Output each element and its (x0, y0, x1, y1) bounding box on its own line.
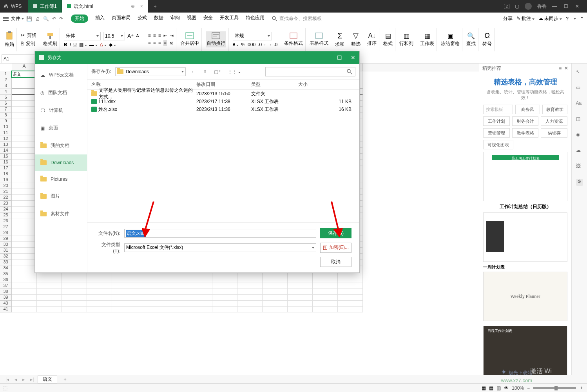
ribbon-tab-dev[interactable]: 开发工具 (220, 15, 239, 23)
number-format-combo[interactable]: 常规 (233, 32, 272, 40)
file-row[interactable]: 111.xlsx2023/2/17 11:38XLSX 工作表11 KB (87, 98, 359, 105)
comma-icon[interactable]: 000 (248, 42, 255, 47)
font-name-combo[interactable]: 宋体 (64, 32, 101, 40)
template-thumb-1[interactable]: 员工周工作计划表 (483, 152, 567, 201)
rowcol-button[interactable]: ▥行和列 (399, 32, 413, 47)
user-avatar[interactable] (525, 3, 532, 10)
sp-close-icon[interactable]: ✕ (564, 65, 568, 71)
save-icon[interactable]: 💾 (26, 16, 32, 22)
sp-chip-hr[interactable]: 人力资源 (541, 116, 567, 126)
zoom-in-icon[interactable]: ＋ (579, 385, 584, 391)
gift-icon[interactable]: ▢ (515, 4, 519, 9)
nav-back-icon[interactable]: ← (190, 69, 197, 74)
rail-cursor-icon[interactable]: ↖ (576, 69, 583, 76)
sheet-nav-first[interactable]: |◂ (4, 377, 11, 382)
print-icon[interactable]: 🖨 (35, 16, 40, 22)
location-combo[interactable]: Downloads (115, 67, 186, 76)
wps-home-tab[interactable]: WPS (0, 0, 28, 13)
rail-gear-icon[interactable]: ⚙ (576, 179, 583, 186)
rail-camera-icon[interactable]: ◉ (576, 132, 583, 139)
side-pictures[interactable]: Pictures (35, 171, 87, 187)
sort-button[interactable]: A↓排序 (367, 32, 377, 47)
currency-icon[interactable]: ¥ (233, 42, 239, 47)
align-left-icon[interactable]: ≡ (148, 40, 151, 46)
paste-button[interactable]: 粘贴 (5, 31, 14, 48)
italic-icon[interactable]: I (70, 42, 71, 47)
align-top-icon[interactable]: ≡ (148, 33, 151, 38)
preview-icon[interactable]: 🔍 (43, 16, 49, 22)
search-hint-text[interactable]: 查找命令、搜索模板 (279, 15, 322, 22)
nav-up-icon[interactable]: ⇧ (201, 69, 208, 74)
view-break-icon[interactable]: ▥ (496, 385, 501, 391)
ribbon-tab-special[interactable]: 特色应用 (246, 15, 265, 23)
indent-right-icon[interactable]: ⇥ (170, 33, 174, 38)
close-icon[interactable]: ✕ (575, 4, 579, 9)
ribbon-tab-start[interactable]: 开始 (71, 15, 88, 23)
sp-chip-mkt[interactable]: 营销管理 (483, 128, 510, 138)
template-thumb-2[interactable] (483, 212, 567, 262)
merge-center-button[interactable]: 合并居中 (180, 32, 199, 47)
sum-button[interactable]: Σ求和 (335, 31, 344, 48)
file-list[interactable]: 文字是人类用符号记录表达信息以传之久远的方式...2023/2/13 15:50… (87, 90, 359, 222)
side-computer[interactable]: 🖵计算机 (35, 102, 87, 119)
rail-chart-icon[interactable]: ◫ (576, 116, 583, 123)
border-icon[interactable]: ▦ (79, 42, 87, 47)
ribbon-tab-security[interactable]: 安全 (203, 15, 213, 23)
side-downloads[interactable]: Downloads (35, 154, 87, 171)
zoom-value[interactable]: 100% (512, 385, 524, 391)
align-right-icon[interactable]: ≡ (158, 40, 161, 46)
sp-chip-business[interactable]: 商务风 (515, 105, 540, 114)
symbol-button[interactable]: Ω符号 (482, 32, 492, 47)
view-reading-icon[interactable]: 👁 (504, 385, 509, 391)
table-style-button[interactable]: 表格样式 (310, 32, 328, 47)
view-page-icon[interactable]: ▤ (489, 385, 493, 391)
sp-chip-viz[interactable]: 可视化图表 (483, 140, 513, 149)
percent-icon[interactable]: % (241, 42, 245, 47)
fill-color-icon[interactable]: ▬ (89, 42, 98, 47)
align-center-icon[interactable]: ≡ (153, 40, 156, 46)
minimize-icon[interactable]: — (552, 4, 557, 9)
sp-chip-teach[interactable]: 教学表格 (512, 128, 539, 138)
sync-button[interactable]: ☁ 未同步 (538, 15, 562, 22)
dialog-maximize-icon[interactable]: ☐ (337, 54, 342, 61)
rail-style-icon[interactable]: Aa (576, 100, 583, 107)
format-button[interactable]: ▤格式 (383, 32, 393, 47)
side-team[interactable]: ◷团队文档 (35, 84, 87, 102)
filetype-combo[interactable]: Microsoft Excel 文件(*.xlsx) (124, 243, 316, 252)
decrease-font-icon[interactable]: A⁻ (136, 33, 141, 38)
col-size[interactable]: 大小 (298, 81, 359, 88)
clear-format-icon[interactable]: ◆ (109, 42, 116, 47)
hamburger-icon[interactable] (3, 17, 9, 21)
name-box[interactable]: A1 (2, 54, 36, 63)
rail-cloud-icon[interactable]: ☁ (576, 147, 583, 154)
font-color-icon[interactable]: A (100, 42, 107, 47)
increase-font-icon[interactable]: A⁺ (127, 33, 134, 39)
tab-pin-icon[interactable]: ⊕ (131, 4, 135, 9)
file-menu[interactable]: 文件 (11, 15, 20, 22)
sp-menu-icon[interactable]: ≡ (559, 65, 562, 71)
font-size-combo[interactable]: 10.5 (103, 32, 125, 40)
side-cloud[interactable]: ☁WPS云文档 (35, 66, 87, 84)
cond-format-button[interactable]: 条件格式 (284, 32, 303, 47)
view-mode-icon[interactable]: ⋮⋮ (226, 69, 242, 74)
new-folder-icon[interactable]: ▢⁺ (212, 69, 222, 74)
align-justify-icon[interactable]: ≡ (163, 40, 167, 46)
template-thumb-3[interactable]: Weekly Planner (483, 272, 567, 321)
help-icon[interactable]: ? (566, 16, 569, 22)
wrap-text-button[interactable]: 自动换行 (206, 31, 226, 47)
redo-icon[interactable]: ↷ (59, 16, 63, 22)
underline-icon[interactable]: U (73, 42, 77, 47)
find-button[interactable]: 🔍查找 (466, 32, 476, 47)
sp-search-input[interactable]: 搜索模板 (483, 105, 513, 114)
doc-tab-workbook1[interactable]: 工作簿1 (28, 0, 62, 13)
sheet-nav-prev[interactable]: ◂ (13, 377, 18, 382)
maximize-icon[interactable]: ☐ (564, 4, 568, 9)
add-sheet-button[interactable]: ＋ (60, 376, 71, 383)
collapse-ribbon-icon[interactable]: ⌃ (580, 16, 584, 22)
side-desktop[interactable]: ▣桌面 (35, 119, 87, 137)
view-normal-icon[interactable]: ▦ (482, 385, 486, 391)
bold-icon[interactable]: B (64, 42, 67, 47)
col-date[interactable]: 修改日期 (196, 81, 251, 88)
cancel-button[interactable]: 取消 (320, 257, 351, 267)
encrypt-button[interactable]: ⚿加密(E)... (320, 243, 351, 253)
